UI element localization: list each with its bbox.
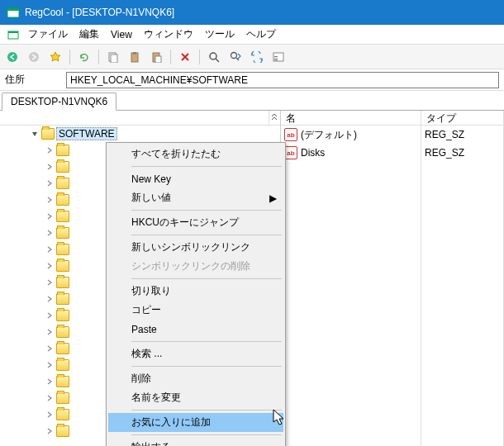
replace-button[interactable]: [248, 48, 266, 66]
folder-icon: [56, 392, 69, 404]
ctx-new-key[interactable]: New Key: [108, 169, 283, 188]
tree-node-label: SOFTWARE: [56, 127, 117, 140]
ctx-export[interactable]: 輸出する ...: [108, 438, 283, 446]
address-input[interactable]: [66, 72, 499, 88]
folder-icon: [56, 194, 69, 206]
toolbar: [0, 45, 504, 69]
folder-icon: [56, 145, 69, 156]
chevron-right-icon[interactable]: [45, 244, 55, 254]
ctx-delete[interactable]: 削除: [108, 369, 283, 388]
folder-icon: [56, 178, 69, 189]
chevron-right-icon[interactable]: [45, 145, 55, 155]
chevron-right-icon[interactable]: [45, 393, 55, 403]
column-type: タイプ REG_SZ REG_SZ: [421, 111, 504, 446]
ctx-copy[interactable]: コピー: [108, 301, 283, 320]
ctx-jump-hkcu[interactable]: HKCUのキーにジャンプ: [108, 213, 283, 232]
context-menu: すべてを折りたたむ New Key 新しい値▶ HKCUのキーにジャンプ 新しい…: [106, 142, 286, 446]
ctx-rename[interactable]: 名前を変更: [108, 388, 283, 407]
properties-button[interactable]: [269, 48, 288, 66]
folder-icon: [56, 326, 69, 338]
ctx-new-value[interactable]: 新しい値▶: [108, 188, 283, 207]
chevron-right-icon[interactable]: [45, 311, 55, 320]
window-title: RegCool - [DESKTOP-N1VNQK6]: [25, 7, 174, 18]
folder-icon: [56, 260, 69, 272]
value-type: REG_SZ: [421, 126, 503, 144]
chevron-right-icon[interactable]: [45, 360, 55, 370]
refresh-button[interactable]: [75, 48, 93, 66]
submenu-arrow-icon: ▶: [269, 192, 277, 204]
folder-icon: [41, 128, 55, 140]
paste-list-button[interactable]: [147, 48, 165, 66]
window-control-icon[interactable]: [5, 26, 21, 43]
value-row[interactable]: ab Disks: [281, 144, 421, 162]
svg-rect-17: [274, 59, 278, 60]
chevron-right-icon[interactable]: [45, 327, 55, 337]
chevron-right-icon[interactable]: [45, 294, 55, 304]
copy-button[interactable]: [104, 48, 122, 66]
folder-icon: [56, 293, 69, 305]
chevron-right-icon[interactable]: [45, 211, 55, 221]
menu-tools[interactable]: ツール: [200, 26, 240, 43]
paste-button[interactable]: [126, 48, 144, 66]
chevron-right-icon[interactable]: [45, 195, 55, 205]
svg-point-12: [210, 53, 216, 59]
chevron-right-icon[interactable]: [45, 261, 55, 271]
menu-view[interactable]: View: [106, 27, 137, 42]
chevron-right-icon[interactable]: [45, 410, 55, 420]
ctx-cut[interactable]: 切り取り: [108, 282, 283, 301]
folder-icon: [56, 161, 69, 173]
svg-rect-16: [274, 58, 278, 59]
tab-machine[interactable]: DESKTOP-N1VNQK6: [2, 93, 116, 111]
svg-point-5: [29, 52, 39, 62]
ctx-delete-symlink: シンボリックリンクの削除: [108, 257, 283, 276]
value-name: (デフォルト): [301, 128, 357, 142]
folder-icon: [56, 376, 69, 387]
delete-button[interactable]: [176, 48, 194, 66]
folder-icon: [56, 277, 69, 288]
values-pane[interactable]: 名 ab (デフォルト) ab Disks タイプ REG_SZ REG_SZ: [281, 111, 504, 446]
folder-icon: [56, 310, 69, 321]
menu-window[interactable]: ウィンドウ: [139, 26, 198, 43]
back-button[interactable]: [3, 48, 21, 66]
ctx-search[interactable]: 検索 ...: [108, 344, 283, 363]
tree-node-software[interactable]: SOFTWARE: [0, 126, 280, 142]
chevron-down-icon[interactable]: [30, 129, 40, 139]
value-row[interactable]: ab (デフォルト): [281, 126, 421, 144]
forward-button[interactable]: [25, 48, 43, 66]
folder-icon: [56, 244, 69, 255]
search-button[interactable]: [205, 48, 223, 66]
tree-header-collapse[interactable]: [269, 111, 280, 125]
search-next-button[interactable]: [226, 48, 245, 66]
favorite-button[interactable]: [46, 48, 64, 66]
folder-icon: [56, 409, 69, 420]
ctx-paste[interactable]: Paste: [108, 320, 283, 339]
svg-rect-3: [8, 31, 18, 33]
column-header-name[interactable]: 名: [281, 111, 421, 126]
chevron-right-icon[interactable]: [45, 344, 55, 353]
chevron-right-icon[interactable]: [45, 426, 55, 436]
ctx-new-symlink[interactable]: 新しいシンボリックリンク: [108, 238, 283, 257]
ctx-collapse-all[interactable]: すべてを折りたたむ: [108, 145, 283, 164]
chevron-right-icon[interactable]: [45, 178, 55, 188]
chevron-right-icon[interactable]: [45, 377, 55, 387]
value-type: REG_SZ: [421, 144, 503, 162]
string-value-icon: ab: [284, 146, 297, 159]
menu-edit[interactable]: 編集: [74, 26, 104, 43]
svg-rect-11: [155, 56, 161, 63]
ctx-add-favorite[interactable]: お気に入りに追加: [108, 413, 283, 432]
tree-header: [0, 111, 280, 126]
chevron-right-icon[interactable]: [45, 278, 55, 287]
svg-rect-1: [7, 8, 19, 11]
column-header-type[interactable]: タイプ: [421, 111, 503, 126]
folder-icon: [56, 359, 69, 371]
svg-rect-7: [111, 55, 117, 63]
svg-rect-15: [274, 56, 278, 57]
menu-file[interactable]: ファイル: [23, 26, 73, 43]
svg-point-4: [7, 52, 17, 62]
title-bar: RegCool - [DESKTOP-N1VNQK6]: [0, 0, 504, 25]
folder-icon: [56, 425, 69, 437]
chevron-right-icon[interactable]: [45, 228, 55, 238]
chevron-right-icon[interactable]: [45, 162, 55, 172]
address-label: 住所: [5, 73, 63, 87]
menu-help[interactable]: ヘルプ: [241, 26, 281, 43]
